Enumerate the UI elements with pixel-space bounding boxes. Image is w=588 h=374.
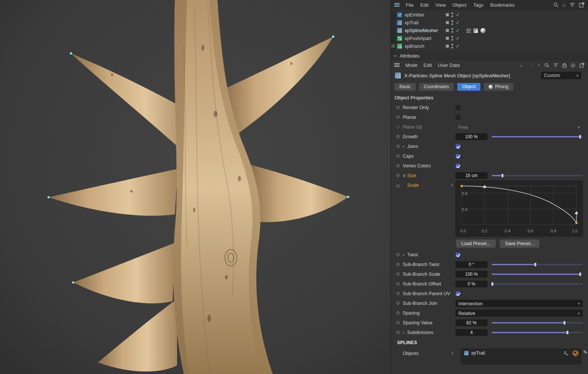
keyframe-diamond-icon[interactable] bbox=[396, 321, 400, 325]
include-check-icon[interactable] bbox=[573, 350, 578, 356]
keyframe-diamond-icon[interactable] bbox=[396, 145, 400, 148]
slider-handle[interactable] bbox=[501, 174, 504, 178]
enabled-check-icon[interactable]: ✓ bbox=[456, 28, 460, 33]
curve-point-end[interactable] bbox=[575, 222, 578, 224]
slider-handle[interactable] bbox=[579, 135, 581, 139]
sub-branch-offset-field[interactable]: 0 % bbox=[455, 281, 488, 287]
sub-branch-twist-slider[interactable] bbox=[492, 262, 583, 268]
hierarchy-mode-icon[interactable] bbox=[563, 351, 569, 356]
object-row-xpbranch[interactable]: + xpBranch ✓ bbox=[391, 42, 588, 50]
viewport-3d[interactable] bbox=[0, 0, 390, 374]
keyframe-diamond-icon[interactable] bbox=[396, 106, 400, 109]
menu-tags[interactable]: Tags bbox=[470, 2, 487, 8]
slider-handle[interactable] bbox=[534, 263, 537, 267]
layer-chip-icon[interactable] bbox=[446, 44, 449, 48]
enabled-check-icon[interactable]: ✓ bbox=[456, 20, 460, 25]
tab-object[interactable]: Object bbox=[457, 83, 480, 91]
visibility-dots[interactable] bbox=[451, 36, 453, 41]
object-name[interactable]: xpEmitter bbox=[405, 12, 446, 18]
visibility-dots[interactable] bbox=[451, 20, 453, 25]
caps-checkbox[interactable] bbox=[455, 154, 460, 159]
layer-chip-icon[interactable] bbox=[446, 13, 449, 16]
sub-branch-twist-field[interactable]: 0 ° bbox=[455, 261, 488, 268]
linked-object-name[interactable]: xpTrail bbox=[471, 350, 485, 356]
filter-icon[interactable] bbox=[553, 63, 558, 67]
chevron-right-icon[interactable]: › bbox=[403, 252, 404, 257]
layer-chip-icon[interactable] bbox=[446, 21, 449, 24]
objects-link-list[interactable]: xpTrail bbox=[461, 349, 581, 364]
sub-branch-scale-slider[interactable] bbox=[492, 272, 583, 277]
spacing-value-field[interactable]: 82 % bbox=[455, 319, 488, 326]
keyframe-diamond-icon[interactable] bbox=[396, 174, 400, 177]
save-preset-button[interactable]: Save Preset... bbox=[500, 239, 540, 248]
visibility-dots[interactable] bbox=[451, 44, 453, 49]
chevron-right-icon[interactable]: › bbox=[403, 144, 404, 149]
render-only-checkbox[interactable] bbox=[455, 105, 460, 110]
keyframe-diamond-icon[interactable] bbox=[396, 263, 400, 266]
size-field[interactable]: 15 cm bbox=[455, 172, 488, 179]
new-window-icon[interactable] bbox=[579, 2, 584, 7]
visibility-dots[interactable] bbox=[451, 12, 453, 17]
forward-arrow-icon[interactable]: → bbox=[528, 62, 533, 68]
keyframe-diamond-icon[interactable] bbox=[396, 272, 400, 276]
filter-icon[interactable] bbox=[570, 3, 575, 7]
joins-checkbox[interactable] bbox=[455, 144, 460, 149]
tab-coordinates[interactable]: Coordinates bbox=[419, 83, 454, 91]
object-name[interactable]: xpBranch bbox=[405, 44, 446, 49]
spacing-value-slider[interactable] bbox=[492, 320, 583, 326]
menu-edit[interactable]: Edit bbox=[417, 2, 432, 8]
planar-checkbox[interactable] bbox=[455, 115, 460, 120]
object-row-xppushapart[interactable]: xpPushApart ✓ bbox=[391, 34, 588, 42]
hamburger-icon[interactable] bbox=[394, 3, 400, 7]
size-slider[interactable] bbox=[492, 173, 583, 179]
slider-handle[interactable] bbox=[566, 331, 569, 335]
search-icon[interactable] bbox=[544, 63, 549, 68]
expand-plus-icon[interactable]: + bbox=[392, 44, 395, 48]
object-row-xptrail[interactable]: xpTrail ✓ bbox=[391, 19, 588, 27]
keyframe-diamond-icon[interactable] bbox=[396, 331, 400, 334]
keyframe-diamond-icon[interactable] bbox=[396, 184, 400, 188]
enabled-check-icon[interactable]: ✓ bbox=[456, 36, 460, 41]
object-name[interactable]: xpSplineMesher bbox=[405, 28, 446, 33]
object-row-xpsplinemesher[interactable]: xpSplineMesher ✓ bbox=[391, 27, 588, 34]
sub-branch-scale-field[interactable]: 100 % bbox=[455, 271, 488, 278]
subdivisions-slider[interactable] bbox=[492, 330, 583, 336]
linked-object-row[interactable]: xpTrail bbox=[461, 349, 581, 357]
spacing-dropdown[interactable]: Relative ▾ bbox=[455, 310, 583, 317]
up-arrow-icon[interactable]: ↑ bbox=[538, 62, 540, 68]
keyframe-diamond-icon[interactable] bbox=[396, 115, 400, 119]
back-arrow-icon[interactable]: ← bbox=[519, 62, 524, 68]
home-icon[interactable]: ⌂ bbox=[563, 2, 566, 7]
keyframe-diamond-icon[interactable] bbox=[396, 154, 400, 158]
subdivisions-field[interactable]: 4 bbox=[455, 329, 488, 336]
chevron-right-icon[interactable]: › bbox=[403, 330, 404, 335]
keyframe-diamond-icon[interactable] bbox=[396, 135, 400, 139]
curve-tangent-handle[interactable] bbox=[575, 211, 578, 214]
keyframe-diamond-icon[interactable] bbox=[396, 164, 400, 168]
sub-branch-parent-uv-checkbox[interactable] bbox=[455, 291, 460, 296]
keyframe-diamond-icon[interactable] bbox=[396, 292, 400, 296]
hamburger-icon[interactable] bbox=[394, 63, 400, 67]
load-preset-button[interactable]: Load Preset... bbox=[456, 239, 496, 248]
sub-branch-offset-slider[interactable] bbox=[492, 281, 583, 287]
tab-basic[interactable]: Basic bbox=[394, 83, 416, 91]
slider-handle[interactable] bbox=[491, 282, 494, 286]
twist-checkbox[interactable] bbox=[455, 253, 460, 257]
curve-tangent-handle[interactable] bbox=[483, 185, 486, 188]
keyframe-diamond-icon[interactable] bbox=[396, 302, 400, 305]
slider-handle[interactable] bbox=[579, 272, 581, 276]
keyframe-diamond-icon[interactable] bbox=[396, 253, 400, 257]
dot-grid-tag-icon[interactable] bbox=[466, 28, 471, 33]
chevron-down-icon[interactable]: ∨ bbox=[403, 173, 406, 178]
keyframe-diamond-icon[interactable] bbox=[396, 282, 400, 286]
sub-branch-join-dropdown[interactable]: Intersection ▾ bbox=[455, 300, 583, 307]
menu-mode[interactable]: Mode bbox=[402, 62, 421, 68]
target-icon[interactable]: ◎ bbox=[571, 62, 575, 68]
close-icon[interactable]: × bbox=[391, 53, 400, 59]
menu-edit[interactable]: Edit bbox=[421, 62, 435, 68]
object-name[interactable]: xpPushApart bbox=[405, 36, 446, 41]
chevron-right-icon[interactable]: › bbox=[452, 350, 453, 356]
growth-slider[interactable] bbox=[492, 134, 583, 140]
growth-field[interactable]: 100 % bbox=[455, 133, 488, 140]
display-tag-icon[interactable] bbox=[473, 28, 478, 33]
